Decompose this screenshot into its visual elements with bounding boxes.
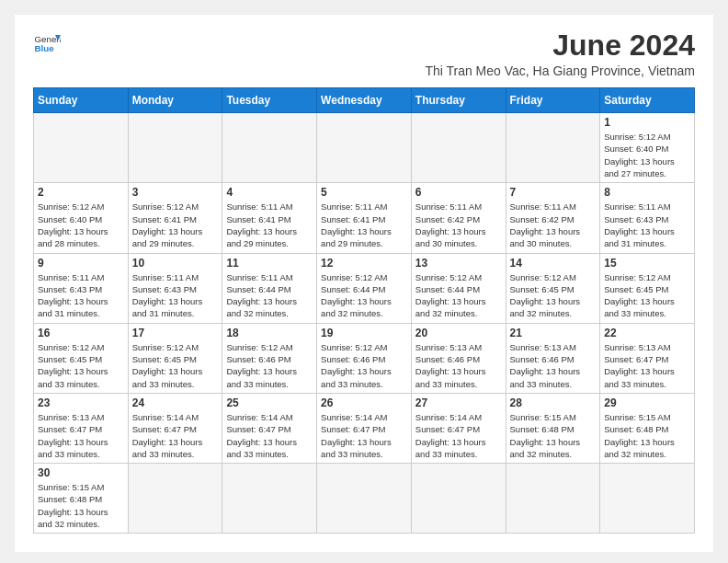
calendar-week-row: 1Sunrise: 5:12 AM Sunset: 6:40 PM Daylig… xyxy=(34,113,695,183)
calendar-cell: 26Sunrise: 5:14 AM Sunset: 6:47 PM Dayli… xyxy=(317,393,412,463)
cell-daylight-info: Sunrise: 5:12 AM Sunset: 6:44 PM Dayligh… xyxy=(415,271,502,320)
calendar-table: SundayMondayTuesdayWednesdayThursdayFrid… xyxy=(33,87,695,534)
cell-date-number: 28 xyxy=(510,396,597,409)
day-header-friday: Friday xyxy=(506,88,600,113)
cell-daylight-info: Sunrise: 5:11 AM Sunset: 6:43 PM Dayligh… xyxy=(132,271,219,320)
cell-daylight-info: Sunrise: 5:11 AM Sunset: 6:44 PM Dayligh… xyxy=(226,271,313,320)
calendar-cell xyxy=(34,113,129,183)
calendar-cell xyxy=(317,113,412,183)
cell-date-number: 11 xyxy=(226,257,313,270)
day-header-sunday: Sunday xyxy=(34,88,129,113)
calendar-cell: 1Sunrise: 5:12 AM Sunset: 6:40 PM Daylig… xyxy=(600,113,695,183)
cell-daylight-info: Sunrise: 5:11 AM Sunset: 6:43 PM Dayligh… xyxy=(38,271,124,320)
calendar-cell: 27Sunrise: 5:14 AM Sunset: 6:47 PM Dayli… xyxy=(411,393,506,463)
calendar-cell xyxy=(222,464,317,534)
calendar-cell: 7Sunrise: 5:11 AM Sunset: 6:42 PM Daylig… xyxy=(506,183,600,253)
calendar-cell: 22Sunrise: 5:13 AM Sunset: 6:47 PM Dayli… xyxy=(600,323,695,393)
calendar-cell: 25Sunrise: 5:14 AM Sunset: 6:47 PM Dayli… xyxy=(222,393,317,463)
cell-date-number: 18 xyxy=(226,327,313,339)
calendar-cell: 13Sunrise: 5:12 AM Sunset: 6:44 PM Dayli… xyxy=(411,253,506,323)
cell-date-number: 10 xyxy=(132,257,219,270)
cell-daylight-info: Sunrise: 5:11 AM Sunset: 6:42 PM Dayligh… xyxy=(510,201,597,249)
day-header-thursday: Thursday xyxy=(411,88,506,113)
calendar-cell: 29Sunrise: 5:15 AM Sunset: 6:48 PM Dayli… xyxy=(600,393,695,463)
cell-daylight-info: Sunrise: 5:14 AM Sunset: 6:47 PM Dayligh… xyxy=(321,411,407,460)
cell-daylight-info: Sunrise: 5:12 AM Sunset: 6:45 PM Dayligh… xyxy=(604,271,690,320)
calendar-cell: 30Sunrise: 5:15 AM Sunset: 6:48 PM Dayli… xyxy=(34,464,129,534)
cell-date-number: 5 xyxy=(321,186,407,199)
cell-date-number: 13 xyxy=(415,257,502,270)
cell-daylight-info: Sunrise: 5:12 AM Sunset: 6:40 PM Dayligh… xyxy=(38,201,124,249)
title-block: June 2024 Thi Tran Meo Vac, Ha Giang Pro… xyxy=(425,29,695,78)
calendar-header: SundayMondayTuesdayWednesdayThursdayFrid… xyxy=(34,88,695,113)
cell-daylight-info: Sunrise: 5:12 AM Sunset: 6:45 PM Dayligh… xyxy=(132,341,219,390)
month-year-title: June 2024 xyxy=(425,29,695,62)
calendar-week-row: 9Sunrise: 5:11 AM Sunset: 6:43 PM Daylig… xyxy=(34,253,695,323)
cell-date-number: 12 xyxy=(321,257,407,270)
cell-date-number: 7 xyxy=(510,186,597,199)
calendar-cell: 23Sunrise: 5:13 AM Sunset: 6:47 PM Dayli… xyxy=(34,393,129,463)
cell-date-number: 4 xyxy=(226,186,313,199)
calendar-cell xyxy=(128,113,222,183)
calendar-cell xyxy=(411,464,506,534)
cell-date-number: 16 xyxy=(38,327,124,339)
cell-date-number: 27 xyxy=(415,396,502,409)
calendar-cell: 5Sunrise: 5:11 AM Sunset: 6:41 PM Daylig… xyxy=(317,183,412,253)
location-subtitle: Thi Tran Meo Vac, Ha Giang Province, Vie… xyxy=(425,63,695,78)
calendar-cell xyxy=(222,113,317,183)
cell-date-number: 21 xyxy=(510,327,597,339)
calendar-cell: 28Sunrise: 5:15 AM Sunset: 6:48 PM Dayli… xyxy=(506,393,600,463)
calendar-cell: 21Sunrise: 5:13 AM Sunset: 6:46 PM Dayli… xyxy=(506,323,600,393)
cell-date-number: 1 xyxy=(604,116,690,129)
cell-date-number: 19 xyxy=(321,327,407,339)
calendar-cell: 2Sunrise: 5:12 AM Sunset: 6:40 PM Daylig… xyxy=(34,183,129,253)
day-header-monday: Monday xyxy=(128,88,222,113)
cell-date-number: 23 xyxy=(38,396,124,409)
calendar-cell: 8Sunrise: 5:11 AM Sunset: 6:43 PM Daylig… xyxy=(600,183,695,253)
calendar-week-row: 23Sunrise: 5:13 AM Sunset: 6:47 PM Dayli… xyxy=(34,393,695,463)
calendar-cell xyxy=(411,113,506,183)
cell-date-number: 14 xyxy=(510,257,597,270)
cell-daylight-info: Sunrise: 5:15 AM Sunset: 6:48 PM Dayligh… xyxy=(510,411,597,460)
cell-date-number: 29 xyxy=(604,396,690,409)
day-header-wednesday: Wednesday xyxy=(317,88,412,113)
calendar-body: 1Sunrise: 5:12 AM Sunset: 6:40 PM Daylig… xyxy=(34,113,695,534)
cell-date-number: 8 xyxy=(604,186,690,199)
calendar-cell: 16Sunrise: 5:12 AM Sunset: 6:45 PM Dayli… xyxy=(34,323,129,393)
calendar-week-row: 30Sunrise: 5:15 AM Sunset: 6:48 PM Dayli… xyxy=(34,464,695,534)
calendar-cell: 14Sunrise: 5:12 AM Sunset: 6:45 PM Dayli… xyxy=(506,253,600,323)
cell-date-number: 30 xyxy=(38,466,124,479)
calendar-cell xyxy=(506,464,600,534)
header: General Blue June 2024 Thi Tran Meo Vac,… xyxy=(33,29,695,78)
cell-daylight-info: Sunrise: 5:13 AM Sunset: 6:47 PM Dayligh… xyxy=(604,341,690,390)
days-header-row: SundayMondayTuesdayWednesdayThursdayFrid… xyxy=(34,88,695,113)
cell-date-number: 25 xyxy=(226,396,313,409)
calendar-cell xyxy=(128,464,222,534)
cell-date-number: 6 xyxy=(415,186,502,199)
cell-date-number: 2 xyxy=(38,186,124,199)
calendar-cell: 15Sunrise: 5:12 AM Sunset: 6:45 PM Dayli… xyxy=(600,253,695,323)
calendar-cell: 24Sunrise: 5:14 AM Sunset: 6:47 PM Dayli… xyxy=(128,393,222,463)
calendar-cell: 4Sunrise: 5:11 AM Sunset: 6:41 PM Daylig… xyxy=(222,183,317,253)
cell-daylight-info: Sunrise: 5:12 AM Sunset: 6:45 PM Dayligh… xyxy=(38,341,124,390)
calendar-cell: 17Sunrise: 5:12 AM Sunset: 6:45 PM Dayli… xyxy=(128,323,222,393)
calendar-cell: 20Sunrise: 5:13 AM Sunset: 6:46 PM Dayli… xyxy=(411,323,506,393)
calendar-cell: 11Sunrise: 5:11 AM Sunset: 6:44 PM Dayli… xyxy=(222,253,317,323)
calendar-cell: 3Sunrise: 5:12 AM Sunset: 6:41 PM Daylig… xyxy=(128,183,222,253)
cell-daylight-info: Sunrise: 5:12 AM Sunset: 6:45 PM Dayligh… xyxy=(510,271,597,320)
calendar-page: General Blue June 2024 Thi Tran Meo Vac,… xyxy=(15,15,713,552)
cell-daylight-info: Sunrise: 5:12 AM Sunset: 6:40 PM Dayligh… xyxy=(604,131,690,179)
calendar-week-row: 2Sunrise: 5:12 AM Sunset: 6:40 PM Daylig… xyxy=(34,183,695,253)
calendar-cell: 19Sunrise: 5:12 AM Sunset: 6:46 PM Dayli… xyxy=(317,323,412,393)
cell-daylight-info: Sunrise: 5:13 AM Sunset: 6:46 PM Dayligh… xyxy=(510,341,597,390)
cell-date-number: 17 xyxy=(132,327,219,339)
calendar-cell: 12Sunrise: 5:12 AM Sunset: 6:44 PM Dayli… xyxy=(317,253,412,323)
cell-daylight-info: Sunrise: 5:11 AM Sunset: 6:41 PM Dayligh… xyxy=(226,201,313,249)
calendar-cell: 18Sunrise: 5:12 AM Sunset: 6:46 PM Dayli… xyxy=(222,323,317,393)
calendar-cell: 9Sunrise: 5:11 AM Sunset: 6:43 PM Daylig… xyxy=(34,253,129,323)
cell-daylight-info: Sunrise: 5:15 AM Sunset: 6:48 PM Dayligh… xyxy=(604,411,690,460)
cell-daylight-info: Sunrise: 5:11 AM Sunset: 6:43 PM Dayligh… xyxy=(604,201,690,249)
day-header-saturday: Saturday xyxy=(600,88,695,113)
cell-daylight-info: Sunrise: 5:14 AM Sunset: 6:47 PM Dayligh… xyxy=(226,411,313,460)
cell-daylight-info: Sunrise: 5:15 AM Sunset: 6:48 PM Dayligh… xyxy=(38,481,124,530)
